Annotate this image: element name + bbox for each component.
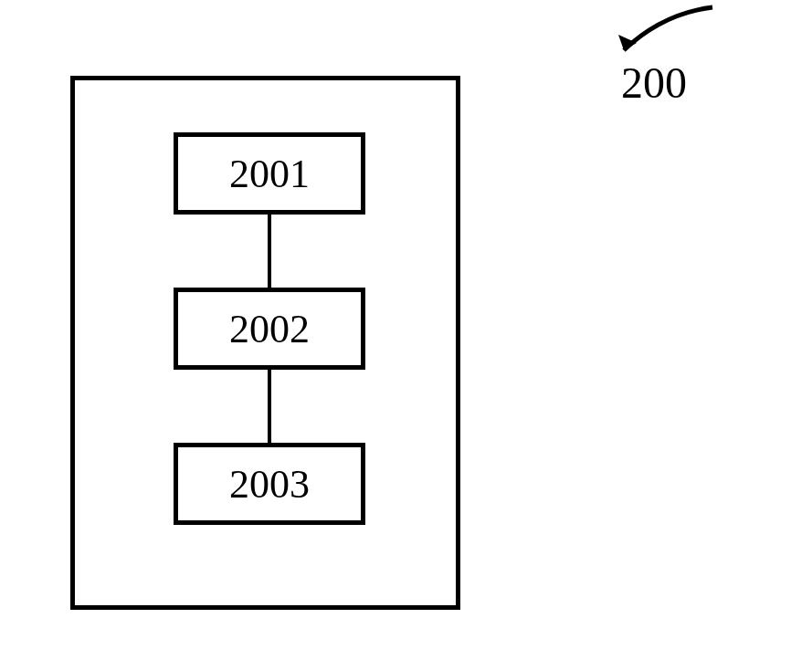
diagram-box: 2001 [174,132,365,215]
box-label: 2002 [229,306,310,352]
diagram-box: 2003 [174,443,365,525]
connector-line [268,215,271,288]
curved-arrow-icon [607,0,726,64]
diagram-box: 2002 [174,288,365,370]
connector-line [268,370,271,443]
box-label: 2001 [229,151,310,197]
svg-marker-0 [618,35,637,50]
diagram-label: 200 [621,58,687,108]
box-label: 2003 [229,461,310,508]
